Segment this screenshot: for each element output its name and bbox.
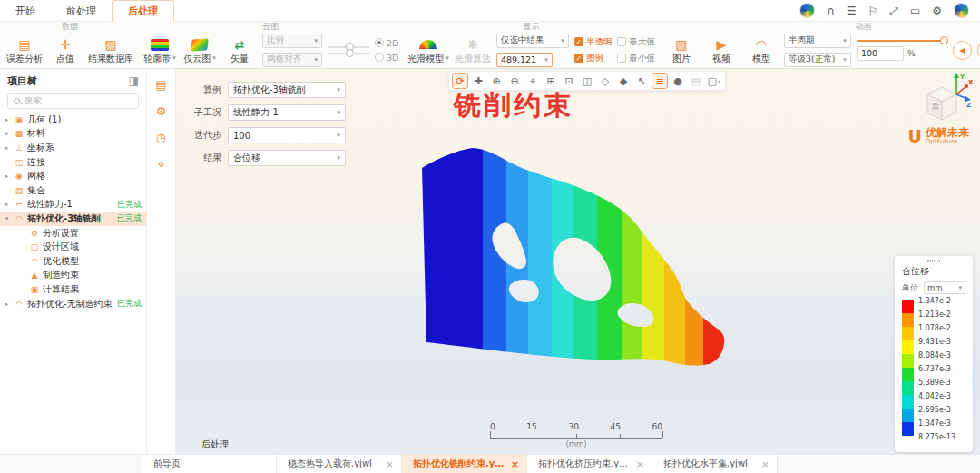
history-doc-icon[interactable]: ◷: [156, 131, 166, 144]
tree-item[interactable]: ▸▣几何 (1): [0, 113, 146, 127]
scale-select[interactable]: 比例▾: [262, 34, 322, 48]
tab-postprocess[interactable]: 后处理: [112, 0, 174, 22]
account-avatar[interactable]: [954, 3, 969, 18]
headset-icon[interactable]: ∩: [827, 5, 835, 16]
settings-doc-icon[interactable]: ⚙: [156, 104, 167, 118]
legend-value: 5.389e-3: [918, 376, 956, 389]
topology-model[interactable]: [399, 141, 753, 381]
tree-expand-icon[interactable]: ▸: [3, 144, 11, 152]
document-tab[interactable]: 拓扑优化铣削约束.yjwl×: [402, 455, 527, 473]
tree-expand-icon[interactable]: ▸: [3, 116, 11, 123]
tree-expand-icon[interactable]: ▸: [3, 172, 11, 180]
tree-item[interactable]: ◫连接: [0, 155, 146, 170]
tab-preprocess[interactable]: 前处理: [51, 1, 112, 21]
tree-expand-icon[interactable]: ▸: [3, 201, 11, 208]
speed-input[interactable]: 100: [857, 46, 904, 61]
picture-button[interactable]: ▧ 图片: [664, 37, 699, 64]
feedback-icon[interactable]: ▭: [910, 5, 920, 16]
view-cube[interactable]: 后 Y X Z: [915, 71, 973, 127]
radio-2d[interactable]: 2D: [375, 38, 398, 48]
tree-item[interactable]: ▸◉网格: [0, 169, 146, 183]
tab-start[interactable]: 开始: [0, 1, 51, 21]
collapse-panel-icon[interactable]: ◨: [129, 75, 139, 86]
perspective-icon[interactable]: ●: [670, 73, 686, 89]
shaded-cube-icon[interactable]: ◆: [615, 73, 632, 89]
tree-expand-icon[interactable]: ▸: [3, 301, 11, 308]
result-filter-select[interactable]: 仅选中结果▾: [496, 34, 569, 48]
cycle-select[interactable]: 半周期▾: [784, 34, 851, 48]
level-select[interactable]: 等级3(正常)▾: [784, 53, 851, 67]
document-tab[interactable]: 拓扑优化水平集.yjwl×: [652, 455, 778, 473]
smooth-model-button[interactable]: 光滑模型▾: [407, 37, 449, 64]
tree-search-input[interactable]: 搜索: [7, 93, 139, 109]
tree-item[interactable]: ⚙分析设置: [0, 226, 146, 241]
report-doc-icon[interactable]: ▤: [155, 78, 166, 92]
cloud-only-button[interactable]: 仅云图▾: [182, 37, 217, 64]
point-value-button[interactable]: ✛ 点值: [48, 37, 83, 64]
explode-icon[interactable]: ▤: [688, 73, 704, 89]
close-tab-icon[interactable]: ×: [636, 458, 644, 470]
anim-prev-button[interactable]: ◀: [953, 41, 972, 60]
legend-drag-handle[interactable]: [927, 260, 940, 262]
vector-button[interactable]: ⇄ 矢量: [222, 37, 257, 64]
close-tab-icon[interactable]: ×: [386, 458, 394, 470]
contour-size-slider[interactable]: [328, 53, 369, 54]
close-tab-icon[interactable]: ×: [511, 458, 519, 470]
contour-opacity-slider[interactable]: [328, 46, 369, 48]
tree-item[interactable]: ▤集合: [0, 183, 146, 198]
align-view-icon[interactable]: ≡: [652, 73, 668, 89]
tree-material-icon: ▦: [14, 129, 24, 138]
legend-unit-select[interactable]: mm▾: [924, 281, 965, 294]
tree-item[interactable]: □设计区域: [0, 240, 146, 254]
tree-item[interactable]: ▸◠拓扑优化-无制造约束已完成: [0, 297, 146, 311]
chevron-down-icon: ▾: [314, 37, 318, 44]
param-select[interactable]: 拓扑优化-3轴铣削▾: [228, 82, 346, 98]
tree-expand-icon[interactable]: ▸: [3, 130, 11, 137]
smooth-value-input[interactable]: 489.121▾: [496, 53, 553, 67]
tree-item[interactable]: ▾◠拓扑优化-3轴铣削已完成: [0, 212, 146, 226]
tree-item[interactable]: ▲制造约束: [0, 269, 146, 283]
contour-band-button[interactable]: 轮廓带▾: [142, 37, 177, 64]
user-avatar[interactable]: [799, 3, 815, 18]
document-tab[interactable]: 拓扑优化挤压约束.yjwl×: [527, 455, 652, 473]
tree-item[interactable]: ◠优化模型: [0, 254, 146, 269]
smooth-algorithm-button[interactable]: ❋ 光滑算法: [455, 37, 491, 64]
translucent-checkbox[interactable]: 半透明: [574, 36, 612, 48]
param-select[interactable]: 100▾: [228, 127, 346, 143]
view-box-dropdown-icon[interactable]: ▢▾: [706, 73, 722, 89]
result-database-button[interactable]: ▨ 结果数据库: [88, 37, 133, 64]
radio-3d[interactable]: 3D: [375, 53, 398, 63]
legend-panel[interactable]: 合位移 单位 mm▾ 1.347e-21.213e-21.078e-29.431…: [895, 256, 973, 452]
chevron-down-icon: ▾: [958, 284, 962, 291]
legend-checkbox[interactable]: 图例: [574, 53, 612, 64]
bell-icon[interactable]: ⚐: [868, 5, 878, 16]
param-select[interactable]: 合位移▾: [228, 150, 346, 166]
model-button[interactable]: ◠ 模型: [744, 37, 779, 64]
clip-plane-icon[interactable]: ◫: [579, 73, 595, 89]
tree-item[interactable]: ▣计算结果: [0, 282, 146, 297]
group-label-data: 数据: [6, 22, 133, 32]
share-doc-icon[interactable]: ⋄: [157, 157, 164, 171]
param-select[interactable]: 线性静力-1▾: [228, 104, 346, 121]
tree-expand-icon[interactable]: ▾: [3, 215, 11, 222]
document-tab[interactable]: 稳态热导入载荷.yjwl×: [277, 455, 402, 473]
document-tab[interactable]: 前导页: [142, 455, 277, 473]
tree-item[interactable]: ▸⌐线性静力-1已完成: [0, 198, 146, 212]
fullscreen-icon[interactable]: ⤢: [889, 5, 898, 16]
animation-speed-slider[interactable]: [857, 40, 947, 42]
task-list-icon[interactable]: ☰: [847, 5, 857, 16]
topology-model-shape[interactable]: [422, 148, 724, 366]
grid-align-select[interactable]: 网格对齐▾: [262, 53, 322, 67]
wireframe-cube-icon[interactable]: ◇: [597, 73, 613, 89]
gear-icon[interactable]: ⚙: [932, 5, 942, 16]
error-analysis-button[interactable]: ▤ 误差分析: [6, 37, 43, 64]
close-tab-icon[interactable]: ×: [761, 458, 769, 470]
tree-item[interactable]: ▸▦材料: [0, 127, 146, 142]
min-value-checkbox[interactable]: 最小值: [617, 53, 655, 64]
max-value-checkbox[interactable]: 最大值: [617, 36, 655, 48]
smooth-model-icon: [419, 40, 437, 49]
tree-item[interactable]: ▸⊥坐标系: [0, 141, 146, 155]
video-button[interactable]: ▶ 视频: [704, 37, 739, 64]
viewport-canvas[interactable]: 算例拓扑优化-3轴铣削▾子工况线性静力-1▾迭代步100▾结果合位移▾ ⟳✚⊕⊖…: [176, 69, 980, 454]
pick-coordinate-icon[interactable]: ↖: [633, 73, 650, 89]
